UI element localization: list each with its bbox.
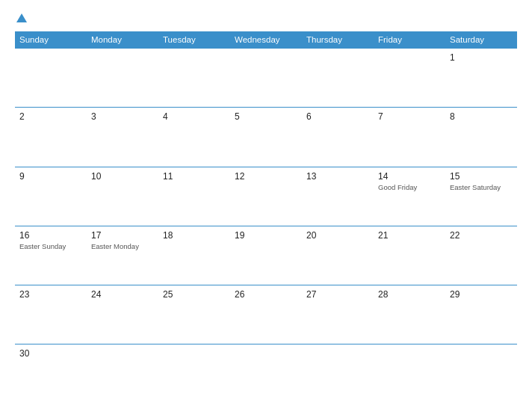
day-number: 18 bbox=[163, 230, 226, 241]
day-header-saturday: Saturday bbox=[445, 31, 517, 49]
day-header-sunday: Sunday bbox=[15, 31, 87, 49]
week-row-3: 91011121314Good Friday15Easter Saturday bbox=[15, 167, 517, 226]
day-header-monday: Monday bbox=[87, 31, 158, 49]
day-cell: 22 bbox=[445, 226, 517, 285]
day-number: 24 bbox=[91, 289, 154, 300]
logo-triangle-icon bbox=[16, 13, 27, 22]
day-cell: 4 bbox=[158, 108, 230, 167]
day-number: 12 bbox=[235, 171, 297, 182]
day-number: 2 bbox=[19, 111, 82, 122]
day-cell: 25 bbox=[158, 285, 230, 344]
day-number: 19 bbox=[235, 230, 297, 241]
day-number: 21 bbox=[378, 230, 441, 241]
day-cell: 23 bbox=[15, 285, 87, 344]
day-cell: 27 bbox=[302, 285, 374, 344]
day-cell: 21 bbox=[374, 226, 445, 285]
day-number: 16 bbox=[19, 230, 82, 241]
day-cell bbox=[15, 49, 87, 108]
week-row-5: 23242526272829 bbox=[15, 285, 517, 344]
day-number: 1 bbox=[450, 52, 513, 63]
day-cell: 8 bbox=[445, 108, 517, 167]
day-number: 17 bbox=[91, 230, 154, 241]
day-cell: 7 bbox=[374, 108, 445, 167]
day-number: 9 bbox=[19, 171, 82, 182]
day-cell: 12 bbox=[230, 167, 302, 226]
day-number: 23 bbox=[19, 289, 82, 300]
holiday-label: Easter Sunday bbox=[19, 242, 82, 251]
logo bbox=[15, 13, 27, 24]
day-number: 30 bbox=[19, 348, 82, 359]
day-number: 14 bbox=[378, 171, 441, 182]
day-cell: 15Easter Saturday bbox=[445, 167, 517, 226]
day-cell bbox=[374, 344, 445, 404]
day-cell: 18 bbox=[158, 226, 230, 285]
week-row-4: 16Easter Sunday17Easter Monday1819202122 bbox=[15, 226, 517, 285]
day-cell: 30 bbox=[15, 344, 87, 404]
week-row-2: 2345678 bbox=[15, 108, 517, 167]
day-cell bbox=[87, 49, 158, 108]
week-row-1: 1 bbox=[15, 49, 517, 108]
day-header-thursday: Thursday bbox=[302, 31, 374, 49]
day-number: 25 bbox=[163, 289, 226, 300]
day-number: 3 bbox=[91, 111, 154, 122]
day-number: 15 bbox=[450, 171, 513, 182]
day-cell: 16Easter Sunday bbox=[15, 226, 87, 285]
day-number: 27 bbox=[306, 289, 369, 300]
day-number: 11 bbox=[163, 171, 226, 182]
day-cell: 13 bbox=[302, 167, 374, 226]
day-cell: 24 bbox=[87, 285, 158, 344]
days-header-row: SundayMondayTuesdayWednesdayThursdayFrid… bbox=[15, 31, 517, 49]
holiday-label: Easter Monday bbox=[91, 242, 154, 251]
calendar-page: SundayMondayTuesdayWednesdayThursdayFrid… bbox=[0, 0, 532, 411]
week-row-6: 30 bbox=[15, 344, 517, 404]
day-number: 6 bbox=[306, 111, 369, 122]
day-cell: 28 bbox=[374, 285, 445, 344]
day-cell: 3 bbox=[87, 108, 158, 167]
holiday-label: Good Friday bbox=[378, 183, 441, 192]
day-number: 28 bbox=[378, 289, 441, 300]
header bbox=[15, 13, 517, 24]
day-cell: 26 bbox=[230, 285, 302, 344]
day-cell bbox=[158, 344, 230, 404]
day-cell: 11 bbox=[158, 167, 230, 226]
day-cell bbox=[445, 344, 517, 404]
day-number: 5 bbox=[235, 111, 297, 122]
day-number: 8 bbox=[450, 111, 513, 122]
day-cell bbox=[230, 49, 302, 108]
day-number: 29 bbox=[450, 289, 513, 300]
day-number: 22 bbox=[450, 230, 513, 241]
day-cell: 19 bbox=[230, 226, 302, 285]
day-cell: 17Easter Monday bbox=[87, 226, 158, 285]
day-header-wednesday: Wednesday bbox=[230, 31, 302, 49]
day-cell bbox=[374, 49, 445, 108]
calendar-table: SundayMondayTuesdayWednesdayThursdayFrid… bbox=[15, 31, 517, 404]
day-cell: 20 bbox=[302, 226, 374, 285]
day-cell: 29 bbox=[445, 285, 517, 344]
day-cell: 1 bbox=[445, 49, 517, 108]
day-cell: 6 bbox=[302, 108, 374, 167]
day-number: 10 bbox=[91, 171, 154, 182]
day-cell: 10 bbox=[87, 167, 158, 226]
holiday-label: Easter Saturday bbox=[450, 183, 513, 192]
day-cell: 9 bbox=[15, 167, 87, 226]
day-number: 4 bbox=[163, 111, 226, 122]
day-cell bbox=[158, 49, 230, 108]
day-number: 20 bbox=[306, 230, 369, 241]
day-header-tuesday: Tuesday bbox=[158, 31, 230, 49]
day-number: 13 bbox=[306, 171, 369, 182]
day-cell: 14Good Friday bbox=[374, 167, 445, 226]
day-cell bbox=[87, 344, 158, 404]
day-cell: 5 bbox=[230, 108, 302, 167]
day-cell bbox=[302, 49, 374, 108]
day-cell bbox=[302, 344, 374, 404]
day-number: 26 bbox=[235, 289, 297, 300]
day-cell bbox=[230, 344, 302, 404]
day-number: 7 bbox=[378, 111, 441, 122]
day-header-friday: Friday bbox=[374, 31, 445, 49]
day-cell: 2 bbox=[15, 108, 87, 167]
